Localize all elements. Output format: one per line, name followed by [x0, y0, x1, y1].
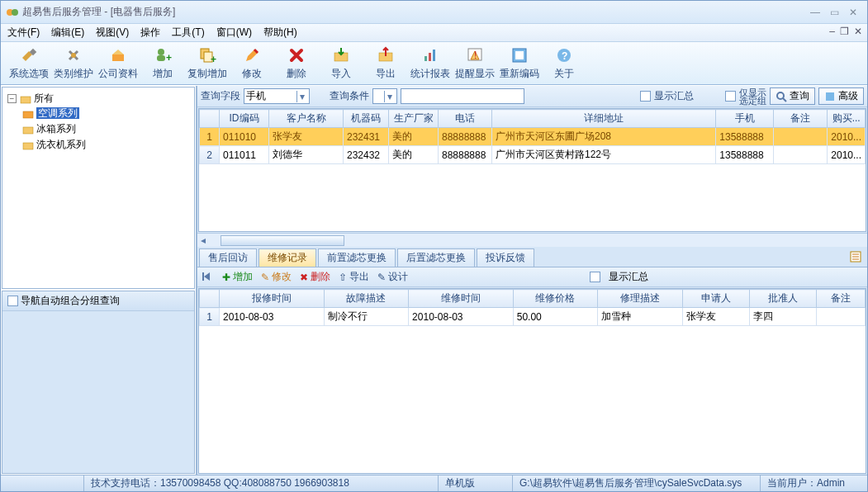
sub-summary-label: 显示汇总 — [609, 270, 648, 284]
tb-recode[interactable]: 重新编码 — [498, 44, 541, 83]
svg-rect-14 — [429, 53, 431, 61]
close-button[interactable]: ✕ — [849, 7, 857, 18]
query-field-combo[interactable]: 手机▾ — [244, 88, 310, 104]
svg-text:?: ? — [562, 50, 567, 62]
titlebar: 超易售后服务管理 - [电器售后服务] — ▭ ✕ — [1, 1, 867, 24]
show-summary-checkbox[interactable] — [640, 91, 651, 102]
status-mode: 单机版 — [438, 475, 512, 491]
statusbar: 技术支持电话：13570098458 QQ:408088750 19669038… — [1, 475, 867, 491]
query-cond-label: 查询条件 — [330, 89, 369, 103]
advanced-button[interactable]: 高级 — [818, 88, 864, 105]
table-row[interactable]: 2 011011刘德华232432美的88888888广州市天河区黄村路122号… — [200, 146, 866, 164]
svg-rect-19 — [515, 51, 524, 59]
window-title: 超易售后服务管理 - [电器售后服务] — [22, 5, 810, 19]
tree-collapse-icon[interactable]: − — [7, 94, 17, 103]
mdi-minimize-button[interactable]: – — [829, 26, 835, 37]
query-cond-combo[interactable]: ▾ — [372, 88, 397, 104]
tb-remind[interactable]: !提醒显示 — [453, 44, 496, 83]
sub-grid[interactable]: 报修时间故障描述维修时间维修价格修理描述申请人批准人备注 1 2010-08-0… — [198, 288, 866, 474]
tb-system-options[interactable]: 系统选项 — [7, 44, 50, 83]
tab-visit[interactable]: 售后回访 — [199, 248, 257, 267]
mdi-restore-button[interactable]: ❐ — [840, 26, 849, 37]
tab-repair[interactable]: 维修记录 — [259, 248, 316, 267]
main-grid[interactable]: ID编码 客户名称 机器码 生产厂家 电话 详细地址 手机 备注 购买... 1… — [198, 108, 866, 232]
svg-point-26 — [777, 92, 784, 99]
tree-item-fridge[interactable]: 冰箱系列 — [22, 121, 191, 137]
show-selected-checkbox[interactable] — [725, 91, 736, 102]
sub-design-button[interactable]: ✎设计 — [377, 270, 408, 284]
h-scrollbar[interactable]: ◂ — [197, 233, 867, 247]
query-value-input[interactable] — [401, 88, 524, 104]
sub-toolbar: ✚增加 ✎修改 ✖删除 ⇧导出 ✎设计 显示汇总 — [197, 267, 867, 287]
svg-rect-22 — [21, 97, 31, 103]
show-summary-label: 显示汇总 — [654, 89, 694, 103]
app-icon — [6, 6, 19, 19]
nav-group-panel: 导航自动组合分组查询 — [2, 291, 195, 474]
tab-complaint[interactable]: 投诉反馈 — [477, 248, 534, 267]
category-tree[interactable]: − 所有 空调系列 冰箱系列 洗衣机系列 — [2, 87, 195, 289]
tb-import[interactable]: 导入 — [320, 44, 363, 83]
tb-company-info[interactable]: 公司资料 — [97, 44, 140, 83]
status-user: 当前用户：Admin — [760, 475, 867, 491]
tb-add[interactable]: +增加 — [141, 44, 184, 83]
tree-item-ac[interactable]: 空调系列 — [22, 106, 191, 121]
svg-rect-27 — [826, 92, 834, 101]
tb-category-maint[interactable]: 类别维护 — [52, 44, 95, 83]
chevron-down-icon: ▾ — [296, 91, 307, 102]
menubar: 文件(F) 编辑(E) 视图(V) 操作 工具(T) 窗口(W) 帮助(H) –… — [1, 24, 867, 42]
menu-action[interactable]: 操作 — [140, 26, 160, 40]
svg-rect-24 — [23, 127, 33, 134]
sub-export-button[interactable]: ⇧导出 — [339, 270, 369, 284]
sub-delete-button[interactable]: ✖删除 — [300, 270, 330, 284]
svg-rect-25 — [23, 143, 33, 149]
svg-rect-6 — [157, 55, 165, 61]
show-selected-label: 仅显示选定组 — [739, 88, 766, 105]
tb-export[interactable]: 导出 — [364, 44, 407, 83]
tb-stats[interactable]: 统计报表 — [409, 44, 452, 83]
svg-point-1 — [12, 9, 18, 16]
tb-about[interactable]: ?关于 — [543, 44, 586, 83]
tab-prefilter[interactable]: 前置滤芯更换 — [318, 248, 396, 267]
svg-rect-4 — [112, 54, 124, 61]
tb-modify[interactable]: 修改 — [230, 44, 273, 83]
status-path: G:\超易软件\超易售后服务管理\cySaleSvcData.sys — [512, 475, 760, 491]
svg-rect-29 — [202, 272, 204, 281]
minimize-button[interactable]: — — [810, 7, 820, 18]
maximize-button[interactable]: ▭ — [830, 7, 839, 18]
tree-root[interactable]: 所有 — [34, 92, 54, 104]
table-row[interactable]: 1 2010-08-03制冷不行2010-08-0350.00加雪种张学友李四 — [200, 308, 866, 326]
tb-delete[interactable]: 删除 — [275, 44, 318, 83]
sub-summary-checkbox[interactable] — [590, 272, 600, 282]
query-button[interactable]: 查询 — [770, 88, 815, 105]
svg-rect-23 — [23, 111, 33, 118]
menu-edit[interactable]: 编辑(E) — [51, 26, 84, 40]
svg-text:!: ! — [474, 50, 477, 61]
chevron-down-icon: ▾ — [384, 91, 395, 102]
table-row[interactable]: 1 011010张学友232431美的88888888广州市天河区东圃广场208… — [200, 128, 866, 146]
sub-add-button[interactable]: ✚增加 — [222, 270, 253, 284]
svg-rect-13 — [425, 56, 427, 61]
nav-group-checkbox[interactable] — [7, 296, 18, 306]
mdi-close-button[interactable]: ✕ — [854, 26, 862, 37]
svg-point-3 — [71, 53, 76, 58]
nav-first-icon[interactable] — [201, 271, 214, 284]
svg-rect-15 — [433, 50, 435, 61]
nav-group-label: 导航自动组合分组查询 — [21, 295, 120, 306]
tb-copy-add[interactable]: +复制增加 — [186, 44, 229, 83]
svg-point-5 — [158, 49, 164, 55]
tab-postfilter[interactable]: 后置滤芯更换 — [397, 248, 475, 267]
status-support: 技术支持电话：13570098458 QQ:408088750 19669038… — [83, 475, 438, 491]
toolbar: 系统选项 类别维护 公司资料 +增加 +复制增加 修改 删除 导入 导出 统计报… — [1, 42, 867, 85]
query-bar: 查询字段 手机▾ 查询条件 ▾ 显示汇总 仅显示选定组 查询 高级 — [197, 86, 867, 107]
detail-tabs: 售后回访 维修记录 前置滤芯更换 后置滤芯更换 投诉反馈 — [197, 247, 867, 267]
menu-window[interactable]: 窗口(W) — [216, 26, 252, 40]
svg-text:+: + — [211, 54, 216, 64]
tabs-menu-icon[interactable] — [846, 248, 866, 267]
menu-file[interactable]: 文件(F) — [7, 26, 40, 40]
menu-tools[interactable]: 工具(T) — [172, 26, 204, 40]
query-field-label: 查询字段 — [201, 89, 240, 103]
menu-help[interactable]: 帮助(H) — [263, 26, 297, 40]
tree-item-washer[interactable]: 洗衣机系列 — [22, 137, 191, 153]
menu-view[interactable]: 视图(V) — [96, 26, 129, 40]
sub-modify-button[interactable]: ✎修改 — [261, 270, 292, 284]
